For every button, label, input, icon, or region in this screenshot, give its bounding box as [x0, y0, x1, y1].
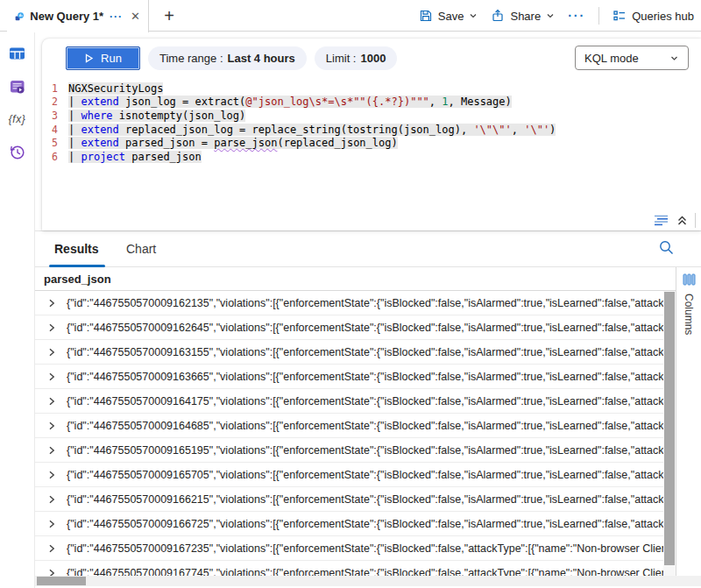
vertical-scrollbar-thumb[interactable] [664, 292, 675, 565]
row-json-text: {"id":"4467550570009167745","violations"… [67, 567, 663, 577]
line-number: 6 [42, 151, 58, 163]
row-expand-icon[interactable] [47, 495, 56, 504]
horizontal-scrollbar[interactable] [0, 576, 701, 586]
row-expand-icon[interactable] [47, 397, 56, 406]
save-label: Save [438, 10, 464, 23]
divider [695, 213, 696, 228]
row-expand-icon[interactable] [47, 348, 56, 357]
columns-panel-label: Columns [683, 294, 695, 335]
line-number: 2 [42, 96, 58, 108]
tables-icon[interactable] [9, 46, 25, 61]
columns-side-panel[interactable]: Columns [676, 267, 701, 576]
queries-hub-button[interactable]: Queries hub [612, 9, 694, 23]
search-icon[interactable] [658, 239, 675, 256]
code-line[interactable]: 3| where isnotempty(json_log) [42, 109, 701, 123]
row-expand-icon[interactable] [47, 323, 56, 332]
row-expand-icon[interactable] [47, 569, 56, 577]
query-mode-select[interactable]: KQL mode [575, 46, 689, 70]
code-line[interactable]: 2| extend json_log = extract(@"json_log\… [42, 96, 701, 110]
code-token: replaced_json_log = replace_string(tostr… [119, 124, 474, 136]
collapse-editor-icon[interactable] [676, 214, 689, 227]
time-range-label: Time range : [159, 52, 223, 65]
tab-more-icon[interactable]: ··· [110, 12, 123, 21]
query-toolbar: Run Time range : Last 4 hours Limit : 10… [66, 46, 397, 70]
format-lines-icon[interactable] [653, 213, 669, 227]
table-row[interactable]: {"id":"4467550570009163155","violations"… [35, 340, 663, 365]
row-expand-icon[interactable] [47, 520, 56, 528]
time-range-filter[interactable]: Time range : Last 4 hours [148, 46, 307, 70]
row-expand-icon[interactable] [47, 446, 56, 455]
chevron-down-icon [546, 11, 555, 20]
row-expand-icon[interactable] [47, 422, 56, 430]
table-row[interactable]: {"id":"4467550570009165195","violations"… [35, 438, 663, 463]
tab-chart[interactable]: Chart [126, 242, 156, 256]
code-token: | [68, 96, 81, 108]
table-row[interactable]: {"id":"4467550570009167745","violations"… [35, 561, 663, 576]
code-token: , [512, 124, 524, 136]
code-token: parse_json [214, 137, 277, 149]
code-token: , [429, 96, 442, 108]
row-expand-icon[interactable] [47, 471, 56, 479]
table-row[interactable]: {"id":"4467550570009162645","violations"… [35, 315, 663, 340]
time-range-value: Last 4 hours [228, 52, 295, 65]
table-row[interactable]: {"id":"4467550570009167235","violations"… [35, 536, 663, 561]
code-token: where [81, 110, 112, 122]
share-button[interactable]: Share [491, 9, 555, 23]
code-line[interactable]: 6| project parsed_json [42, 150, 701, 164]
editor-footer-actions [653, 211, 696, 229]
table-row[interactable]: {"id":"4467550570009162135","violations"… [35, 291, 663, 315]
grid-column-header[interactable]: parsed_json [35, 267, 676, 291]
code-token: NGXSecurityLogs [68, 82, 163, 95]
query-tab[interactable]: New Query 1* ··· ✕ [7, 0, 149, 32]
limit-filter[interactable]: Limit : 1000 [315, 46, 398, 70]
code-line[interactable]: 1NGXSecurityLogs [42, 81, 701, 96]
code-line[interactable]: 4| extend replaced_json_log = replace_st… [42, 123, 701, 137]
table-row[interactable]: {"id":"4467550570009166725","violations"… [35, 512, 663, 536]
code-token: extend [81, 124, 118, 136]
new-tab-button[interactable]: + [159, 6, 179, 25]
query-editor-panel: Run Time range : Last 4 hours Limit : 10… [42, 39, 701, 230]
code-lines[interactable]: 1NGXSecurityLogs2| extend json_log = ext… [42, 81, 701, 164]
vertical-scrollbar[interactable] [663, 291, 676, 576]
results-tab-bar: Results Chart [35, 231, 701, 267]
code-token: isnotempty(json_log) [113, 110, 246, 122]
table-row[interactable]: {"id":"4467550570009164685","violations"… [35, 414, 663, 438]
chevron-down-icon [469, 11, 478, 20]
tab-close-icon[interactable]: ✕ [131, 10, 140, 23]
line-number: 5 [42, 137, 58, 149]
tab-bar: + Save Share ··· Queries hub New Query 1… [0, 0, 701, 32]
run-label: Run [101, 52, 122, 65]
row-json-text: {"id":"4467550570009164175","violations"… [67, 395, 663, 407]
saved-queries-icon[interactable] [10, 80, 25, 95]
code-token: | [68, 124, 81, 136]
code-token: | [68, 110, 81, 122]
code-token: parsed_json [125, 151, 202, 163]
results-rows: {"id":"4467550570009162135","violations"… [35, 291, 663, 576]
code-token: parsed_json = [119, 137, 214, 149]
adx-query-window: + Save Share ··· Queries hub New Query 1… [0, 0, 701, 588]
functions-icon[interactable]: {fx} [9, 113, 25, 125]
code-token: json_log = extract( [119, 96, 246, 108]
code-line[interactable]: 5| extend parsed_json = parse_json(repla… [42, 136, 701, 150]
queries-hub-label: Queries hub [632, 10, 694, 23]
table-row[interactable]: {"id":"4467550570009166215","violations"… [35, 487, 663, 512]
code-token: ) [549, 124, 556, 136]
limit-label: Limit : [326, 52, 357, 65]
table-row[interactable]: {"id":"4467550570009164175","violations"… [35, 389, 663, 414]
row-json-text: {"id":"4467550570009165195","violations"… [67, 444, 663, 457]
table-row[interactable]: {"id":"4467550570009163665","violations"… [35, 365, 663, 389]
save-button[interactable]: Save [419, 9, 478, 23]
tab-results[interactable]: Results [54, 242, 99, 256]
query-mode-value: KQL mode [584, 52, 639, 65]
horizontal-scrollbar-thumb[interactable] [37, 577, 86, 585]
left-sidebar: {fx} [0, 32, 35, 588]
column-header-label: parsed_json [44, 273, 111, 286]
run-button[interactable]: Run [66, 46, 140, 70]
more-actions-button[interactable]: ··· [568, 9, 585, 23]
row-expand-icon[interactable] [47, 544, 56, 553]
table-row[interactable]: {"id":"4467550570009165705","violations"… [35, 463, 663, 487]
row-json-text: {"id":"4467550570009164685","violations"… [67, 420, 663, 432]
row-expand-icon[interactable] [47, 372, 56, 381]
query-history-icon[interactable] [9, 144, 25, 160]
row-expand-icon[interactable] [47, 299, 56, 308]
